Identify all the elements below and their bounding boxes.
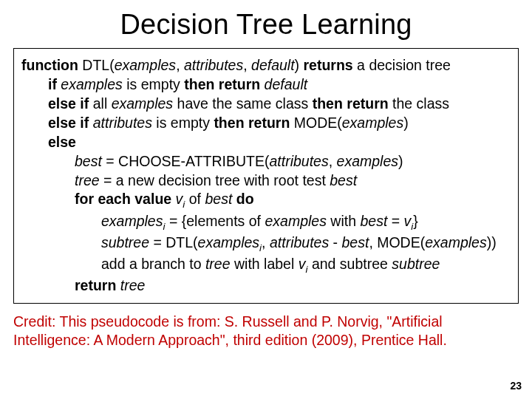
txt: have the same class — [173, 95, 313, 112]
var-examples: examples — [265, 213, 326, 229]
var-examples: examples — [342, 115, 403, 131]
var-subtree: subtree — [101, 234, 149, 250]
slide: Decision Tree Learning function DTL(exam… — [0, 0, 532, 399]
pseudocode-box: function DTL(examples, attributes, defau… — [13, 48, 519, 304]
txt: MODE( — [290, 115, 341, 131]
txt: is empty — [123, 76, 184, 92]
var-examples: examples — [115, 57, 176, 73]
kw-else-if: else if — [48, 115, 89, 131]
var-best: best — [360, 213, 387, 229]
txt: = — [387, 213, 403, 229]
txt: = DTL( — [149, 234, 198, 250]
code-line: tree = a new decision tree with root tes… — [75, 171, 511, 191]
var-best: best — [330, 172, 357, 188]
var-default: default — [251, 57, 295, 73]
var-examples-i: examplesi — [198, 234, 262, 250]
var-examples: examples — [61, 76, 122, 92]
var-examples: examples — [112, 95, 173, 112]
var-attributes: attributes — [184, 57, 243, 73]
code-line: else if attributes is empty then return … — [48, 114, 511, 133]
kw-if: if — [48, 76, 57, 92]
txt: of — [185, 191, 205, 207]
var-vi: vi — [404, 213, 414, 229]
kw-else: else — [48, 134, 76, 150]
txt: is empty — [152, 115, 214, 131]
code-line: else — [48, 133, 511, 152]
txt: = {elements of — [166, 213, 265, 229]
txt: , — [262, 234, 270, 250]
kw-return: return — [75, 277, 116, 293]
txt: with label — [231, 256, 299, 272]
var-tree: tree — [120, 277, 146, 293]
kw-do: do — [236, 191, 254, 207]
var-best: best — [342, 234, 369, 250]
txt: )) — [487, 234, 497, 250]
var-best: best — [205, 191, 232, 207]
kw-for-each: for each value — [75, 191, 171, 207]
txt: DTL( — [78, 57, 115, 73]
txt: ) — [403, 115, 409, 131]
txt: , — [176, 57, 184, 73]
var-attributes: attributes — [269, 153, 328, 169]
code-line: else if all examples have the same class… — [48, 95, 511, 114]
var-attributes: attributes — [93, 115, 152, 131]
kw-then-return: then return — [184, 76, 260, 92]
code-line: return tree — [75, 276, 511, 296]
txt: , MODE( — [369, 234, 425, 250]
var-best: best — [75, 153, 102, 169]
txt: the class — [389, 95, 449, 112]
txt: , — [329, 153, 337, 169]
var-attributes: attributes — [270, 234, 329, 250]
kw-function: function — [21, 57, 78, 73]
txt: a decision tree — [353, 57, 451, 73]
var-tree: tree — [205, 256, 231, 272]
txt: ) — [398, 153, 403, 169]
var-vi: vi — [176, 191, 185, 207]
txt: all — [89, 95, 111, 112]
txt: with — [327, 213, 361, 229]
txt: } — [413, 213, 418, 229]
var-subtree: subtree — [392, 256, 440, 272]
txt: = CHOOSE-ATTRIBUTE( — [102, 153, 270, 169]
code-line: examplesi = {elements of examples with b… — [101, 212, 511, 233]
var-examples: examples — [337, 153, 398, 169]
kw-then-return: then return — [214, 115, 290, 131]
slide-title: Decision Tree Learning — [0, 9, 532, 41]
credit-text: Credit: This pseudocode is from: S. Russ… — [13, 313, 519, 350]
page-number: 23 — [510, 380, 522, 392]
var-tree: tree — [75, 172, 100, 188]
var-default: default — [265, 76, 308, 92]
code-line: if examples is empty then return default — [48, 75, 511, 95]
var-examples: examples — [425, 234, 486, 250]
txt: and subtree — [307, 256, 392, 272]
txt: = a new decision tree with root test — [100, 172, 330, 188]
kw-returns: returns — [304, 57, 353, 73]
code-line: function DTL(examples, attributes, defau… — [21, 56, 511, 75]
txt: - — [329, 234, 341, 250]
kw-then-return: then return — [313, 95, 389, 112]
code-line: for each value vi of best do — [75, 190, 511, 211]
code-line: add a branch to tree with label vi and s… — [101, 255, 511, 276]
txt: add a branch to — [101, 256, 205, 272]
kw-else-if: else if — [48, 95, 89, 112]
code-line: best = CHOOSE-ATTRIBUTE(attributes, exam… — [75, 152, 511, 171]
txt: , — [243, 57, 251, 73]
var-vi: vi — [299, 256, 308, 272]
txt: ) — [295, 57, 304, 73]
var-examples-i: examplesi — [101, 213, 166, 229]
code-line: subtree = DTL(examplesi, attributes - be… — [101, 233, 511, 255]
